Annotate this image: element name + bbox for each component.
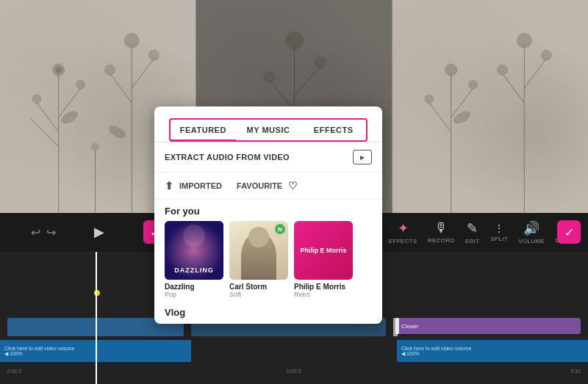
tab-my-music[interactable]: MY MUSIC bbox=[236, 120, 301, 140]
svg-line-9 bbox=[110, 73, 132, 103]
dazzling-genre: Pop bbox=[165, 291, 223, 298]
carl-genre: Soft bbox=[229, 291, 288, 298]
edit-tool[interactable]: ✎ EDIT bbox=[465, 220, 479, 244]
philip-genre: Retro bbox=[294, 291, 353, 298]
tab-bar: FEATURED MY MUSIC EFFECTS bbox=[169, 118, 368, 142]
music-track-label: Closer bbox=[401, 323, 418, 330]
philip-card-text: Philip E Morris bbox=[297, 244, 349, 258]
music-card-philip[interactable]: Philip E Morris Philip E Morris Retro bbox=[294, 221, 353, 298]
import-icon: ⬆ bbox=[165, 180, 173, 192]
ruler-2: 0:10 bbox=[390, 369, 581, 374]
tab-featured[interactable]: FEATURED bbox=[171, 120, 236, 140]
record-label-right: RECORD bbox=[428, 237, 454, 244]
vlog-section: Vlog bbox=[154, 304, 382, 324]
timeline-cursor bbox=[96, 252, 97, 384]
undo-button[interactable]: ↩ bbox=[31, 225, 40, 239]
svg-point-12 bbox=[104, 65, 115, 75]
card-thumb-philip: Philip E Morris bbox=[294, 221, 353, 280]
check-icon-right: ✓ bbox=[564, 225, 574, 239]
split-icon: ⋮ bbox=[494, 222, 504, 234]
volume-label: VOLUME bbox=[519, 238, 545, 244]
dazzling-name: Dazzling bbox=[165, 283, 223, 291]
nav-arrows-left: ↩ ↪ bbox=[31, 225, 56, 239]
svg-point-31 bbox=[469, 80, 478, 89]
svg-point-23 bbox=[315, 57, 326, 68]
heart-icon: ♡ bbox=[288, 180, 298, 192]
music-cards-container: DAZZLING Dazzling Pop N Carl Storm Soft … bbox=[154, 221, 382, 304]
svg-point-6 bbox=[32, 95, 41, 104]
record-icon-right: 🎙 bbox=[434, 220, 448, 236]
vol-label-right: Click here to edit video volume bbox=[401, 346, 584, 351]
favourite-filter[interactable]: FAVOURITE ♡ bbox=[237, 180, 298, 192]
svg-point-16 bbox=[92, 143, 99, 151]
video-panel-right bbox=[392, 0, 588, 213]
svg-point-37 bbox=[541, 50, 551, 60]
music-card-dazzling[interactable]: DAZZLING Dazzling Pop bbox=[165, 221, 223, 298]
effects-tool-right[interactable]: ✦ EFFECTS bbox=[389, 220, 417, 244]
carl-name: Carl Storm bbox=[229, 283, 288, 291]
svg-point-13 bbox=[148, 50, 159, 60]
svg-point-7 bbox=[76, 80, 85, 89]
split-label: SPLIT bbox=[490, 236, 508, 242]
music-panel: FEATURED MY MUSIC EFFECTS EXTRACT AUDIO … bbox=[154, 106, 382, 324]
imported-filter[interactable]: ⬆ IMPORTED bbox=[165, 180, 222, 192]
vlog-title: Vlog bbox=[165, 307, 185, 318]
card-thumb-carl: N bbox=[229, 221, 288, 280]
svg-point-30 bbox=[425, 95, 434, 104]
svg-line-20 bbox=[294, 66, 320, 95]
svg-point-36 bbox=[497, 65, 507, 75]
svg-point-35 bbox=[517, 33, 531, 48]
track-splitter bbox=[393, 318, 398, 336]
for-you-title: For you bbox=[154, 200, 382, 221]
svg-line-3 bbox=[29, 117, 59, 147]
vol-percent-right: ◀ 100% bbox=[401, 351, 584, 357]
tab-effects[interactable]: EFFECTS bbox=[301, 120, 366, 140]
split-tool[interactable]: ⋮ SPLIT bbox=[490, 222, 508, 242]
imported-label: IMPORTED bbox=[179, 181, 222, 190]
effects-icon-right: ✦ bbox=[398, 220, 409, 236]
philip-name: Philip E Morris bbox=[294, 283, 353, 291]
card-thumb-dazzling: DAZZLING bbox=[165, 221, 223, 280]
confirm-button-right[interactable]: ✓ bbox=[557, 220, 581, 244]
edit-label: EDIT bbox=[465, 238, 479, 244]
favourite-label: FAVOURITE bbox=[237, 181, 282, 190]
ruler-1: 0:05.5 bbox=[198, 369, 390, 374]
svg-line-33 bbox=[502, 73, 524, 103]
svg-line-34 bbox=[524, 59, 546, 88]
svg-point-5 bbox=[56, 67, 62, 73]
effects-label-right: EFFECTS bbox=[389, 238, 417, 244]
edit-icon: ✎ bbox=[467, 220, 478, 236]
volume-tool[interactable]: 🔊 VOLUME bbox=[519, 220, 545, 244]
svg-point-40 bbox=[183, 225, 205, 247]
svg-line-19 bbox=[270, 81, 295, 110]
volume-icon: 🔊 bbox=[523, 220, 539, 236]
svg-point-11 bbox=[124, 33, 139, 48]
timeline-ruler: 0:00.0 0:05.5 0:10 bbox=[0, 369, 588, 374]
redo-button[interactable]: ↪ bbox=[46, 225, 56, 239]
extract-play-button[interactable] bbox=[353, 150, 372, 164]
svg-point-21 bbox=[286, 32, 304, 49]
extract-audio-label: EXTRACT AUDIO FROM VIDEO bbox=[165, 153, 290, 162]
svg-point-15 bbox=[107, 124, 127, 140]
ruler-0: 0:00.0 bbox=[7, 369, 198, 374]
record-tool-right[interactable]: 🎙 RECORD bbox=[428, 220, 454, 244]
new-badge: N bbox=[275, 224, 285, 234]
play-icon-left: ▶ bbox=[94, 224, 104, 240]
svg-point-22 bbox=[264, 71, 276, 83]
music-card-carl[interactable]: N Carl Storm Soft bbox=[229, 221, 288, 298]
svg-point-29 bbox=[445, 64, 457, 76]
play-button-left[interactable]: ▶ bbox=[94, 224, 104, 240]
svg-line-10 bbox=[132, 59, 154, 88]
svg-line-27 bbox=[429, 103, 451, 132]
filter-row: ⬆ IMPORTED FAVOURITE ♡ bbox=[154, 173, 382, 200]
dazzling-card-text: DAZZLING bbox=[165, 267, 223, 274]
extract-audio-row: EXTRACT AUDIO FROM VIDEO bbox=[154, 142, 382, 173]
